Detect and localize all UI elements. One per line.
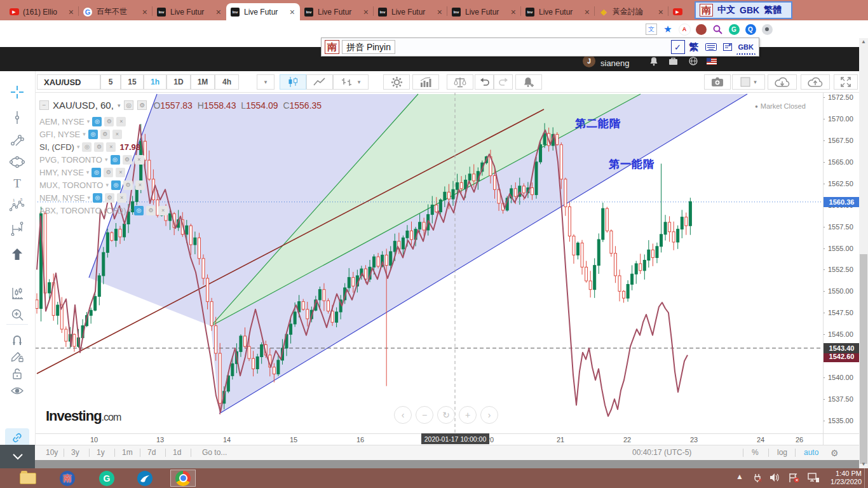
ime-gbk-icon[interactable]: GBK bbox=[736, 40, 756, 55]
legend-visibility-icon[interactable]: ◎ bbox=[124, 100, 133, 110]
goto-button[interactable]: Go to... bbox=[202, 448, 227, 457]
interval-5[interactable]: 5 bbox=[100, 74, 121, 90]
instrument-settings-icon[interactable]: ⚙ bbox=[104, 168, 113, 177]
portfolio-icon[interactable] bbox=[668, 57, 678, 67]
drawing-mode-lock-icon[interactable] bbox=[5, 346, 29, 365]
axis-settings-gear-icon[interactable]: ⚙ bbox=[831, 448, 839, 458]
settings-wheel-icon[interactable] bbox=[761, 23, 773, 36]
grammarly-icon[interactable]: G bbox=[728, 23, 740, 36]
show-desktop-button[interactable] bbox=[864, 468, 868, 488]
measure-candles-tool-icon[interactable] bbox=[5, 284, 29, 303]
instrument-settings-icon[interactable]: ⚙ bbox=[100, 130, 110, 139]
ime-language-popup[interactable]: 南 中文 GBK 繁體 bbox=[695, 1, 792, 19]
instrument-remove-icon[interactable]: × bbox=[135, 180, 145, 190]
range-7d-button[interactable]: 7d bbox=[147, 448, 156, 457]
user-avatar[interactable]: J bbox=[583, 55, 595, 67]
instrument-settings-icon[interactable]: ⚙ bbox=[104, 117, 114, 126]
zoom-out-button[interactable]: − bbox=[416, 406, 433, 424]
qsearch-icon[interactable]: Q bbox=[744, 23, 757, 36]
instrument-settings-icon[interactable]: ⚙ bbox=[146, 206, 156, 215]
candlestick-style-button[interactable] bbox=[280, 74, 306, 90]
instrument-remove-icon[interactable]: × bbox=[158, 206, 168, 215]
layout-select-dropdown[interactable]: ▾ bbox=[732, 74, 765, 90]
crosshair-tool-icon[interactable] bbox=[5, 83, 29, 102]
instrument-visibility-icon[interactable]: ◎ bbox=[92, 168, 101, 177]
page-scrollbar[interactable]: ▲ ▼ bbox=[859, 38, 868, 468]
openoffice-app-taskbar-icon[interactable] bbox=[132, 470, 158, 487]
instrument-remove-icon[interactable]: × bbox=[117, 193, 126, 203]
instrument-dropdown-icon[interactable]: ▾ bbox=[105, 182, 109, 188]
cloud-save-icon[interactable] bbox=[801, 74, 830, 90]
instrument-visibility-icon[interactable]: ◎ bbox=[111, 180, 121, 190]
translate-icon[interactable]: 文 bbox=[645, 23, 658, 36]
range-10y-button[interactable]: 10y bbox=[46, 448, 58, 457]
ime-traditional-icon[interactable]: 繁 bbox=[688, 40, 701, 54]
tray-action-center-icon[interactable]: ✕ bbox=[789, 473, 799, 485]
instrument-visibility-icon[interactable]: ◎ bbox=[82, 142, 92, 152]
scroll-up-arrow[interactable]: ▲ bbox=[859, 38, 868, 46]
browser-tab[interactable]: ◆黃金討論× bbox=[595, 3, 668, 20]
instrument-visibility-icon[interactable]: ◎ bbox=[92, 117, 102, 126]
price-chart[interactable] bbox=[35, 92, 823, 433]
annotation-lower[interactable]: 第一能階 bbox=[609, 157, 654, 172]
instrument-settings-icon[interactable]: ⚙ bbox=[105, 193, 114, 203]
instrument-remove-icon[interactable]: × bbox=[116, 117, 126, 126]
instrument-dropdown-icon[interactable]: ▾ bbox=[87, 118, 90, 125]
alert-add-icon[interactable] bbox=[515, 74, 542, 90]
pan-left-button[interactable]: ‹ bbox=[394, 406, 412, 424]
browser-tab[interactable]: InvLive Futur× bbox=[374, 3, 447, 20]
collapse-legend-icon[interactable]: − bbox=[39, 100, 49, 110]
ime-mode-label[interactable]: 拼音 Pinyin bbox=[342, 40, 395, 54]
collapse-sidebar-button[interactable] bbox=[0, 445, 35, 468]
tab-close-icon[interactable]: × bbox=[288, 7, 296, 17]
instrument-label[interactable]: PVG, TORONTO bbox=[39, 155, 102, 165]
measure-tool-icon[interactable] bbox=[5, 219, 29, 238]
interval-more-dropdown[interactable]: ▾ bbox=[257, 74, 275, 90]
ime-input-bar[interactable]: 南 拼音 Pinyin ✓ 繁 GBK bbox=[321, 37, 759, 57]
interval-1M[interactable]: 1M bbox=[191, 74, 215, 90]
tab-close-icon[interactable]: × bbox=[215, 7, 222, 17]
legend-symbol[interactable]: XAU/USD, 60, bbox=[53, 100, 114, 111]
tab-close-icon[interactable]: × bbox=[436, 7, 444, 17]
instrument-dropdown-icon[interactable]: ▾ bbox=[86, 169, 90, 175]
range-1m-button[interactable]: 1m bbox=[122, 448, 133, 457]
browser-tab[interactable]: InvLive Futur× bbox=[153, 3, 226, 20]
instrument-dropdown-icon[interactable]: ▾ bbox=[83, 131, 86, 137]
tab-close-icon[interactable]: × bbox=[67, 7, 75, 17]
percent-toggle[interactable]: % bbox=[752, 448, 759, 457]
instrument-remove-icon[interactable]: × bbox=[116, 168, 125, 177]
hide-drawings-eye-icon[interactable] bbox=[5, 381, 29, 400]
fullscreen-icon[interactable] bbox=[834, 74, 858, 90]
profile-red-icon[interactable] bbox=[695, 23, 707, 36]
ime-float-item[interactable]: 中文 bbox=[717, 4, 735, 16]
ime-float-item[interactable]: GBK bbox=[740, 5, 759, 15]
instrument-dropdown-icon[interactable]: ▾ bbox=[105, 156, 108, 163]
settings-gear-icon[interactable] bbox=[383, 74, 410, 90]
username-label[interactable]: sianeng bbox=[600, 58, 630, 68]
instrument-visibility-icon[interactable]: ◎ bbox=[134, 206, 144, 215]
instrument-visibility-icon[interactable]: ◎ bbox=[111, 155, 120, 165]
notifications-bell-icon[interactable] bbox=[649, 57, 658, 68]
browser-tab[interactable]: InvLive Futur× bbox=[226, 3, 300, 20]
instrument-visibility-icon[interactable]: ◎ bbox=[88, 130, 98, 139]
price-axis[interactable]: 1572.501570.001567.501565.001562.501560.… bbox=[823, 92, 860, 433]
browser-tab[interactable]: InvLive Futur× bbox=[521, 3, 595, 20]
browser-tab[interactable]: InvLive Futur× bbox=[300, 3, 374, 20]
shapes-tool-icon[interactable] bbox=[5, 152, 29, 172]
interval-4h[interactable]: 4h bbox=[215, 74, 239, 90]
undo-icon[interactable] bbox=[475, 74, 494, 90]
annotation-upper[interactable]: 第二能階 bbox=[575, 116, 621, 131]
reset-button[interactable]: ↻ bbox=[437, 406, 455, 424]
interval-1D[interactable]: 1D bbox=[166, 74, 191, 90]
instrument-remove-icon[interactable]: × bbox=[112, 130, 122, 139]
scroll-down-arrow[interactable]: ▼ bbox=[859, 461, 868, 468]
legend-settings-icon[interactable]: ⚙ bbox=[137, 100, 147, 110]
instrument-dropdown-icon[interactable]: ▾ bbox=[77, 144, 80, 150]
arrow-up-tool-icon[interactable] bbox=[5, 245, 29, 264]
instrument-label[interactable]: HMY, NYSE bbox=[39, 168, 84, 177]
ime-panel-icon[interactable] bbox=[721, 40, 734, 54]
zoom-in-button[interactable]: + bbox=[459, 406, 477, 424]
instrument-visibility-icon[interactable]: ◎ bbox=[93, 193, 102, 203]
tab-close-icon[interactable]: × bbox=[510, 7, 517, 17]
instrument-settings-icon[interactable]: ⚙ bbox=[94, 142, 104, 152]
